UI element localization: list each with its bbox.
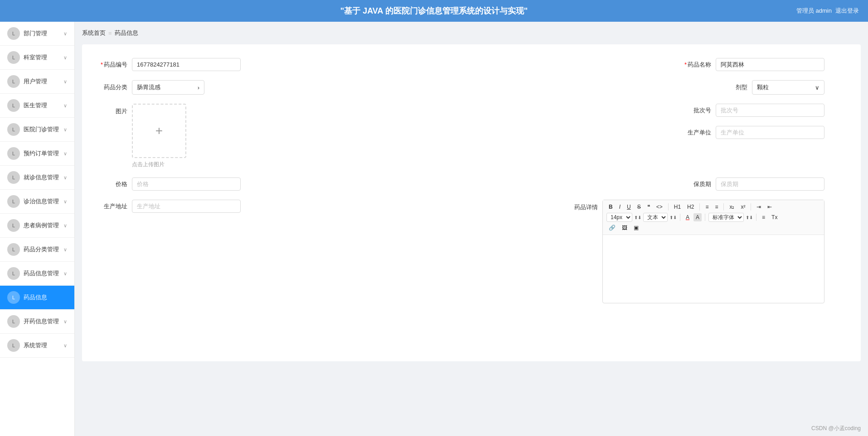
breadcrumb-separator: ≡	[108, 30, 112, 37]
avatar-user-mgmt: L	[7, 75, 20, 88]
sidebar-item-dept-mgmt[interactable]: L 部门管理 ∨	[0, 22, 74, 46]
image-upload-area[interactable]: +	[132, 104, 186, 158]
toolbar-sep5	[680, 214, 680, 221]
code-button[interactable]: <>	[654, 203, 665, 211]
drug-name-input[interactable]	[716, 58, 824, 71]
breadcrumb-home[interactable]: 系统首页	[82, 29, 106, 37]
standard-font-arrows: ⬆⬇	[746, 215, 753, 220]
font-size-select[interactable]: 14px 12px 16px 18px	[606, 213, 632, 222]
font-bg-button[interactable]: A	[693, 213, 702, 221]
align-left-button[interactable]: ≡	[760, 213, 767, 221]
image-upload-hint[interactable]: 点击上传图片	[132, 161, 186, 168]
insert-video-button[interactable]: ▣	[631, 224, 641, 232]
drug-form-chevron: ∨	[815, 84, 820, 91]
sidebar-label-drug-cat-mgmt: 药品分类管理	[24, 245, 59, 254]
manufacturer-label: 生产单位	[684, 129, 711, 137]
editor-body[interactable]	[603, 235, 824, 303]
sidebar-label-visit-mgmt: 就诊信息管理	[24, 173, 59, 182]
sidebar-item-prescribe-mgmt[interactable]: L 开药信息管理 ∨	[0, 310, 74, 334]
expiry-input[interactable]	[716, 177, 824, 191]
outdent-button[interactable]: ⇤	[765, 203, 774, 211]
toolbar-sep6	[705, 214, 705, 221]
font-style-select[interactable]: 文本	[643, 213, 668, 222]
sidebar-item-doctor-mgmt[interactable]: L 医生管理 ∨	[0, 94, 74, 118]
font-size-arrows: ⬆⬇	[634, 215, 641, 220]
chevron-drug-cat-mgmt: ∨	[63, 247, 67, 253]
price-input[interactable]	[132, 177, 241, 191]
drug-detail-group: 药品详情 B I U S ❝ <>	[571, 200, 843, 303]
sidebar-item-drug-info[interactable]: L 药品信息	[0, 286, 74, 310]
sidebar-item-drug-cat-mgmt[interactable]: L 药品分类管理 ∨	[0, 238, 74, 262]
batch-group: 批次号	[684, 104, 824, 117]
plus-icon: +	[155, 124, 163, 138]
avatar-doctor-mgmt: L	[7, 99, 20, 112]
drug-name-group: 药品名称	[684, 58, 843, 71]
logout-link[interactable]: 退出登录	[835, 7, 859, 15]
strikethrough-button[interactable]: S	[635, 203, 643, 211]
sidebar-item-appt-mgmt[interactable]: L 预约订单管理 ∨	[0, 142, 74, 166]
avatar-patient-mgmt: L	[7, 219, 20, 232]
bold-button[interactable]: B	[606, 203, 615, 211]
font-color-button[interactable]: A	[684, 213, 692, 221]
chevron-sys-mgmt: ∨	[63, 343, 67, 349]
sidebar-label-drug-info-mgmt: 药品信息管理	[24, 269, 59, 278]
ordered-list-button[interactable]: ≡	[703, 203, 711, 211]
blockquote-button[interactable]: ❝	[645, 203, 652, 211]
link-button[interactable]: 🔗	[606, 224, 618, 232]
toolbar-sep2	[699, 203, 700, 211]
underline-button[interactable]: U	[625, 203, 633, 211]
drug-form-label: 剂型	[720, 83, 747, 91]
sidebar-item-visit-mgmt[interactable]: L 就诊信息管理 ∨	[0, 166, 74, 190]
manufacturer-input[interactable]	[716, 126, 824, 139]
standard-font-select[interactable]: 标准字体	[708, 213, 744, 222]
layout: L 部门管理 ∨ L 科室管理 ∨ L 用户管理 ∨ L 医生管理 ∨	[0, 22, 868, 436]
chevron-appt-mgmt: ∨	[63, 151, 67, 157]
sidebar-label-hospital-mgmt: 医院门诊管理	[24, 125, 59, 134]
manufacturer-group: 生产单位	[684, 126, 824, 139]
price-label: 价格	[100, 180, 127, 188]
sidebar-label-patient-mgmt: 患者病例管理	[24, 221, 59, 230]
footer-watermark: CSDN @小孟coding	[811, 425, 861, 432]
drug-id-input[interactable]	[132, 58, 241, 71]
unordered-list-button[interactable]: ≡	[713, 203, 720, 211]
indent-button[interactable]: ⇥	[754, 203, 763, 211]
batch-input[interactable]	[716, 104, 824, 117]
drug-name-label: 药品名称	[684, 61, 711, 69]
h2-button[interactable]: H2	[685, 203, 696, 211]
sidebar-item-dept-room[interactable]: L 科室管理 ∨	[0, 46, 74, 70]
h1-button[interactable]: H1	[672, 203, 683, 211]
breadcrumb-current: 药品信息	[115, 29, 138, 37]
toolbar-sep1	[668, 203, 669, 211]
sidebar-item-sys-mgmt[interactable]: L 系统管理 ∨	[0, 334, 74, 358]
production-addr-input[interactable]	[132, 200, 241, 213]
avatar-dept-room: L	[7, 51, 20, 64]
image-label: 图片	[100, 104, 127, 115]
sidebar: L 部门管理 ∨ L 科室管理 ∨ L 用户管理 ∨ L 医生管理 ∨	[0, 22, 75, 436]
subscript-button[interactable]: x₂	[727, 203, 737, 211]
clear-format-button[interactable]: Tx	[769, 213, 780, 221]
production-addr-label: 生产地址	[100, 202, 127, 211]
chevron-user-mgmt: ∨	[63, 79, 67, 85]
insert-image-button[interactable]: 🖼	[620, 224, 630, 232]
drug-cat-group: 药品分类 肠胃流感 ›	[100, 80, 720, 95]
italic-button[interactable]: I	[617, 203, 623, 211]
sidebar-item-hospital-mgmt[interactable]: L 医院门诊管理 ∨	[0, 118, 74, 142]
drug-form-select[interactable]: 颗粒 ∨	[752, 80, 824, 95]
sidebar-label-dept-room: 科室管理	[24, 53, 47, 62]
chevron-dept-mgmt: ∨	[63, 31, 67, 37]
editor-toolbar-row2: 14px 12px 16px 18px ⬆⬇ 文本 ⬆⬇	[606, 213, 820, 222]
superscript-button[interactable]: x²	[738, 203, 747, 211]
toolbar-sep4	[751, 203, 751, 211]
avatar-drug-info: L	[7, 291, 20, 304]
main-content: 系统首页 ≡ 药品信息 药品编号 药品名称	[75, 22, 868, 436]
chevron-treat-mgmt: ∨	[63, 199, 67, 205]
sidebar-item-treat-mgmt[interactable]: L 诊治信息管理 ∨	[0, 190, 74, 214]
drug-cat-value: 肠胃流感	[137, 83, 160, 91]
drug-id-group: 药品编号	[100, 58, 684, 71]
sidebar-item-drug-info-mgmt[interactable]: L 药品信息管理 ∨	[0, 262, 74, 286]
toolbar-sep3	[723, 203, 724, 211]
drug-cat-label: 药品分类	[100, 83, 127, 91]
drug-cat-select[interactable]: 肠胃流感 ›	[132, 80, 204, 95]
sidebar-item-user-mgmt[interactable]: L 用户管理 ∨	[0, 70, 74, 94]
sidebar-item-patient-mgmt[interactable]: L 患者病例管理 ∨	[0, 214, 74, 238]
